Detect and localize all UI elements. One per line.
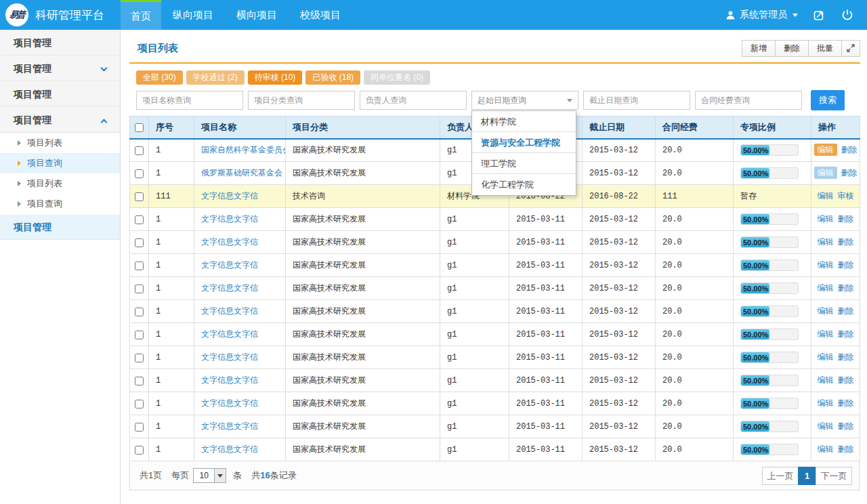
dropdown-option[interactable]: 材料学院 — [472, 111, 576, 132]
per-page-select[interactable]: 10 — [193, 468, 226, 483]
row-checkbox[interactable] — [135, 146, 144, 155]
delete-button[interactable]: 删除 — [841, 145, 858, 154]
dropdown-option[interactable]: 资源与安全工程学院 — [472, 132, 576, 153]
row-checkbox[interactable] — [135, 331, 144, 339]
row-checkbox[interactable] — [135, 285, 144, 293]
edit-button[interactable]: 编辑 — [818, 444, 834, 454]
cell-project-name[interactable]: 文字信息文字信 — [194, 415, 286, 438]
cell-project-name[interactable]: 文字信息文字信 — [194, 323, 286, 346]
cell-project-name[interactable]: 文字信息文字信 — [194, 369, 286, 392]
row-checkbox[interactable] — [135, 423, 144, 432]
contract-fee-search-input[interactable] — [695, 91, 802, 110]
delete-button[interactable]: 删除 — [775, 40, 809, 57]
filter-pill[interactable]: 已验收 (18) — [305, 70, 360, 85]
sidebar-item[interactable]: 项目列表 — [0, 133, 120, 153]
delete-button[interactable]: 删除 — [838, 444, 854, 454]
cell-project-name[interactable]: 文字信息文字信 — [194, 277, 286, 300]
power-icon[interactable] — [841, 9, 853, 21]
row-checkbox[interactable] — [135, 169, 144, 178]
edit-button[interactable]: 编辑 — [818, 329, 834, 339]
sidebar-item[interactable]: 项目管理 — [0, 30, 120, 56]
sidebar-item[interactable]: 项目查询 — [0, 153, 120, 173]
sidebar-item[interactable]: 项目管理 — [0, 81, 120, 107]
start-date-select[interactable]: 起始日期查询 — [471, 91, 578, 110]
dropdown-option[interactable]: 化学工程学院 — [472, 174, 576, 195]
cell-ratio: 暂存 — [734, 185, 811, 208]
edit-button[interactable]: 编辑 — [818, 398, 834, 408]
sidebar-item[interactable]: 项目管理 — [0, 107, 120, 133]
search-button[interactable]: 搜索 — [811, 90, 845, 110]
end-date-search-input[interactable] — [583, 91, 690, 110]
leader-search-input[interactable] — [360, 91, 467, 110]
cell-project-name[interactable]: 文字信息文字信 — [194, 438, 286, 461]
nav-tab[interactable]: 纵向项目 — [163, 0, 223, 30]
expand-button[interactable] — [841, 40, 860, 57]
cell-project-name[interactable]: 文字信息文字信 — [194, 392, 286, 415]
edit-button[interactable]: 编辑 — [818, 421, 834, 431]
select-dropdown-button[interactable] — [214, 469, 226, 482]
edit-button[interactable]: 编辑 — [818, 375, 834, 385]
row-checkbox[interactable] — [135, 308, 144, 316]
add-button[interactable]: 新增 — [742, 40, 776, 57]
row-checkbox[interactable] — [135, 238, 144, 247]
edit-button[interactable]: 编辑 — [818, 306, 834, 316]
cell-project-name[interactable]: 俄罗斯基础研究基金会 — [194, 162, 286, 185]
row-checkbox[interactable] — [135, 261, 144, 270]
delete-button[interactable]: 删除 — [838, 214, 854, 224]
prev-page-button[interactable]: 上一页 — [762, 467, 799, 485]
project-name-search-input[interactable] — [136, 91, 243, 110]
edit-button[interactable]: 编辑 — [818, 237, 834, 247]
nav-tab[interactable]: 横向项目 — [227, 0, 287, 30]
cell-project-name[interactable]: 文字信息文字信 — [194, 300, 286, 323]
sidebar-item[interactable]: 项目查询 — [0, 194, 120, 214]
nav-tab[interactable]: 校级项目 — [291, 0, 350, 30]
cell-project-name[interactable]: 文字信息文字信 — [194, 185, 286, 208]
cell-project-name[interactable]: 文字信息文字信 — [194, 254, 286, 277]
delete-button[interactable]: 删除 — [838, 260, 854, 270]
edit-button[interactable]: 编辑 — [814, 144, 837, 156]
edit-button[interactable]: 编辑 — [818, 191, 834, 201]
delete-button[interactable]: 删除 — [838, 398, 854, 408]
select-all-checkbox[interactable] — [135, 123, 144, 132]
row-checkbox[interactable] — [135, 400, 144, 408]
row-checkbox[interactable] — [135, 215, 144, 224]
cell-project-name[interactable]: 文字信息文字信 — [194, 208, 286, 231]
row-checkbox[interactable] — [135, 192, 144, 201]
edit-button[interactable]: 编辑 — [818, 283, 834, 293]
delete-button[interactable]: 删除 — [838, 329, 854, 339]
filter-pill[interactable]: 待审核 (10) — [248, 70, 303, 85]
row-checkbox[interactable] — [135, 446, 144, 455]
page-1-button[interactable]: 1 — [798, 467, 816, 485]
delete-button[interactable]: 删除 — [841, 168, 858, 177]
edit-button[interactable]: 编辑 — [818, 260, 834, 270]
cell-project-name[interactable]: 文字信息文字信 — [194, 346, 286, 369]
nav-tab[interactable]: 首页 — [121, 0, 161, 30]
project-category-search-input[interactable] — [248, 91, 355, 110]
row-checkbox[interactable] — [135, 377, 144, 385]
delete-button[interactable]: 删除 — [838, 237, 854, 247]
filter-pill[interactable]: 学校通过 (2) — [186, 70, 245, 85]
batch-button[interactable]: 批量 — [808, 40, 842, 57]
user-menu[interactable]: 系统管理员 — [725, 9, 798, 21]
edit-button[interactable]: 编辑 — [814, 167, 837, 179]
filter-pill[interactable]: 全部 (30) — [136, 70, 183, 85]
audit-button[interactable]: 审核 — [838, 191, 854, 201]
delete-button[interactable]: 删除 — [838, 352, 854, 362]
sidebar-item[interactable]: 项目列表 — [0, 173, 120, 194]
sidebar-item[interactable]: 项目管理 — [0, 214, 120, 240]
exit-icon[interactable] — [813, 9, 826, 22]
cell-project-name[interactable]: 国家自然科学基金委员会 — [194, 139, 286, 162]
delete-button[interactable]: 删除 — [838, 306, 854, 316]
row-checkbox[interactable] — [135, 354, 144, 362]
edit-button[interactable]: 编辑 — [818, 214, 834, 224]
delete-button[interactable]: 删除 — [838, 375, 854, 385]
filter-pill[interactable]: 同单位重名 (0) — [364, 70, 430, 85]
cell-project-name[interactable]: 文字信息文字信 — [194, 231, 286, 254]
next-page-button[interactable]: 下一页 — [816, 467, 852, 485]
progress-label: 50.00% — [743, 354, 768, 362]
delete-button[interactable]: 删除 — [838, 421, 854, 431]
sidebar-item[interactable]: 项目管理 — [0, 56, 120, 81]
edit-button[interactable]: 编辑 — [818, 352, 834, 362]
dropdown-option[interactable]: 理工学院 — [472, 153, 576, 174]
delete-button[interactable]: 删除 — [838, 283, 854, 293]
